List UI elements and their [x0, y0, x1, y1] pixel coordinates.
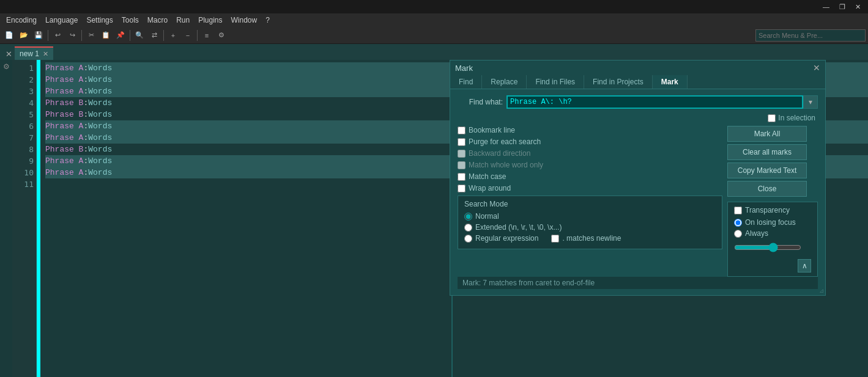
dialog-tab-find-in-files[interactable]: Find in Files: [527, 75, 584, 89]
up-arrow-button[interactable]: ∧: [798, 259, 811, 273]
wraparound-checkbox[interactable]: [458, 185, 466, 192]
radio-regex-input[interactable]: [464, 235, 472, 243]
checkbox-matchcase: Match case: [458, 172, 722, 181]
menu-tools[interactable]: Tools: [118, 15, 143, 26]
toolbar-paste[interactable]: 📌: [114, 29, 127, 42]
close-button[interactable]: ✕: [853, 3, 863, 11]
toolbar-zoom-in[interactable]: +: [166, 29, 180, 42]
mark-all-button[interactable]: Mark All: [727, 126, 807, 142]
dot-matches-newline-label: . matches newline: [562, 234, 621, 243]
dialog-body: Find what: ▾ In selection: [450, 89, 825, 295]
restore-button[interactable]: ❐: [837, 3, 848, 11]
always-label: Always: [745, 229, 768, 238]
dialog-resize-handle[interactable]: ⊿: [819, 287, 824, 294]
toolbar-save[interactable]: 💾: [32, 29, 45, 42]
toolbar-find[interactable]: 🔍: [133, 29, 146, 42]
close-dialog-button[interactable]: Close: [727, 181, 807, 197]
find-what-input[interactable]: [506, 95, 803, 109]
matchcase-label: Match case: [469, 172, 506, 181]
toolbar-sep-1: [48, 30, 48, 41]
toolbar-replace[interactable]: ⇄: [147, 29, 161, 42]
line-number: 4: [12, 97, 34, 109]
dialog-title-bar: Mark ✕: [450, 60, 825, 75]
on-losing-focus-label: On losing focus: [745, 218, 796, 227]
line-number: 8: [12, 144, 34, 155]
menu-run[interactable]: Run: [172, 15, 193, 26]
close-settings-button[interactable]: ✕: [2, 48, 15, 60]
toolbar-cut[interactable]: ✂: [84, 29, 98, 42]
dialog-close-button[interactable]: ✕: [813, 63, 820, 73]
dialog-tab-replace[interactable]: Replace: [482, 75, 527, 89]
search-mode-title: Search Mode: [464, 200, 716, 208]
menu-macro[interactable]: Macro: [144, 15, 171, 26]
line-number: 5: [12, 109, 34, 120]
find-dropdown-button[interactable]: ▾: [803, 95, 818, 109]
menu-window[interactable]: Window: [228, 15, 261, 26]
menu-language[interactable]: Language: [42, 15, 81, 26]
radio-normal: Normal: [464, 212, 716, 221]
toolbar-zoom-out[interactable]: −: [181, 29, 195, 42]
line-number: 3: [12, 86, 34, 97]
menu-encoding[interactable]: Encoding: [2, 15, 40, 26]
bookmark-label: Bookmark line: [469, 126, 515, 134]
transparency-section: Transparency On losing focus Always: [727, 202, 818, 277]
minimize-button[interactable]: —: [820, 3, 832, 10]
tab-bar: ✕ new 1 ✕: [0, 44, 868, 60]
toolbar-new[interactable]: 📄: [2, 29, 16, 42]
checkbox-bookmark: Bookmark line: [458, 126, 722, 134]
wraparound-label: Wrap around: [469, 184, 511, 192]
toolbar-extra-1[interactable]: ≡: [200, 29, 213, 42]
transparency-label: Transparency: [745, 206, 790, 214]
dialog-tab-mark[interactable]: Mark: [653, 75, 688, 89]
always-radio[interactable]: [734, 230, 742, 238]
radio-extended: Extended (\n, \r, \t, \0, \x...): [464, 223, 716, 232]
dialog-tabs: Find Replace Find in Files Find in Proje…: [450, 75, 825, 89]
toolbar-undo[interactable]: ↩: [51, 29, 64, 42]
dot-matches-newline-checkbox[interactable]: [551, 235, 559, 243]
dialog-status-bar: Mark: 7 matches from caret to end-of-fil…: [458, 277, 818, 289]
line-number: 2: [12, 74, 34, 86]
transparency-checkbox[interactable]: [734, 207, 742, 214]
menu-settings[interactable]: Settings: [83, 15, 116, 26]
bookmark-checkbox[interactable]: [458, 126, 466, 134]
matchword-checkbox[interactable]: [458, 161, 466, 169]
matchcase-checkbox[interactable]: [458, 173, 466, 181]
toolbar-redo[interactable]: ↪: [65, 29, 79, 42]
menu-help[interactable]: ?: [262, 15, 273, 26]
left-panel: ⚙: [0, 60, 12, 377]
purge-checkbox[interactable]: [458, 138, 466, 146]
backward-label: Backward direction: [469, 149, 530, 158]
backward-checkbox[interactable]: [458, 150, 466, 158]
tab-close-button[interactable]: ✕: [43, 50, 48, 58]
line-number: 10: [12, 167, 34, 178]
dialog-tab-find[interactable]: Find: [450, 75, 482, 89]
toolbar-sep-4: [163, 30, 164, 41]
toolbar-extra-2[interactable]: ⚙: [215, 29, 228, 42]
checkbox-matchword: Match whole word only: [458, 161, 722, 169]
toolbar-open[interactable]: 📂: [17, 29, 31, 42]
copy-marked-text-button[interactable]: Copy Marked Text: [727, 163, 807, 178]
transparency-slider[interactable]: [734, 243, 801, 252]
menu-plugins[interactable]: Plugins: [195, 15, 226, 26]
find-what-row: Find what: ▾: [458, 95, 818, 109]
radio-regex-label: Regular expression: [475, 234, 538, 243]
in-selection-checkbox[interactable]: [768, 114, 776, 122]
dialog-tab-find-in-projects[interactable]: Find in Projects: [584, 75, 653, 89]
tab-new1[interactable]: new 1 ✕: [15, 46, 53, 60]
checkbox-wraparound: Wrap around: [458, 184, 722, 192]
on-losing-focus-radio[interactable]: [734, 219, 742, 227]
toolbar-copy[interactable]: 📋: [99, 29, 113, 42]
clear-all-marks-button[interactable]: Clear all marks: [727, 144, 807, 160]
search-menu-input[interactable]: [755, 29, 866, 42]
purge-label: Purge for each search: [469, 137, 541, 146]
radio-normal-input[interactable]: [464, 213, 472, 221]
radio-normal-label: Normal: [475, 212, 499, 221]
in-selection-row: In selection: [458, 114, 818, 122]
search-mode-box: Search Mode Normal Extended (\n, \r, \t,…: [458, 196, 722, 249]
title-bar: — ❐ ✕: [0, 0, 868, 13]
dialog-right-col: Mark All Clear all marks Copy Marked Tex…: [727, 126, 818, 277]
line-number: 11: [12, 178, 34, 190]
editor-container: ⚙ 1 2 3 4 5 6 7 8 9 10 11 Phrase A: Word…: [0, 60, 868, 377]
dialog-two-col: Bookmark line Purge for each search Back…: [458, 126, 818, 277]
radio-extended-input[interactable]: [464, 224, 472, 232]
